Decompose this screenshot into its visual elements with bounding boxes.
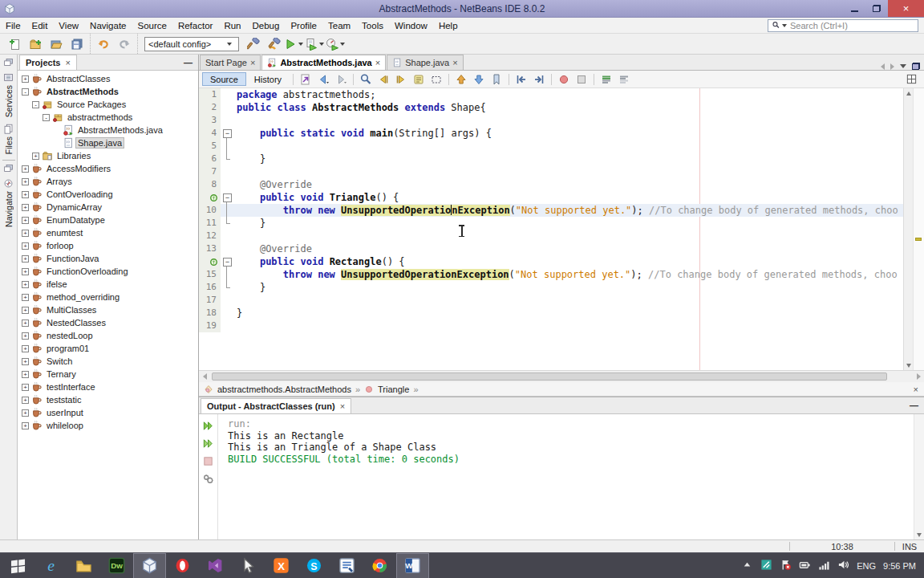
record-macro-button[interactable] bbox=[555, 71, 573, 88]
menu-help[interactable]: Help bbox=[433, 19, 464, 32]
menu-window[interactable]: Window bbox=[389, 19, 433, 32]
fold-start-icon[interactable] bbox=[221, 191, 233, 204]
close-icon[interactable]: × bbox=[340, 401, 345, 411]
tree-item-forloop[interactable]: +forloop bbox=[18, 239, 198, 252]
tree-expander-icon[interactable]: - bbox=[22, 88, 29, 96]
tree-expander-icon[interactable]: + bbox=[22, 268, 29, 275]
tree-expander-icon[interactable]: + bbox=[22, 320, 29, 327]
tree-item-testinterface[interactable]: +testInterface bbox=[18, 381, 198, 393]
tree-expander-icon[interactable]: + bbox=[22, 242, 29, 250]
minimize-button[interactable] bbox=[843, 0, 865, 17]
tree-item-abstractmethods[interactable]: -AbstractMethods bbox=[18, 85, 198, 98]
tree-expander-icon[interactable]: + bbox=[22, 409, 29, 417]
find-selection-button[interactable] bbox=[357, 71, 375, 88]
code-line[interactable]: 3 bbox=[199, 114, 903, 127]
shift-left-button[interactable] bbox=[513, 71, 530, 88]
breadcrumb-item-abstractmethods-abstractmethods[interactable]: abstractmethods.AbstractMethods bbox=[217, 385, 351, 394]
action-center-tray-button[interactable] bbox=[780, 559, 792, 572]
rectangular-selection-button[interactable] bbox=[428, 71, 445, 88]
settings-button[interactable] bbox=[201, 471, 216, 486]
tree-item-abstractmethods[interactable]: -abstractmethods bbox=[18, 111, 198, 124]
code-line[interactable]: 17 bbox=[199, 294, 903, 307]
taskbar-clock[interactable]: 9:56 PM bbox=[883, 561, 916, 571]
menu-run[interactable]: Run bbox=[218, 19, 246, 32]
code-line[interactable]: 7 bbox=[199, 165, 903, 178]
tree-expander-icon[interactable]: + bbox=[22, 358, 29, 365]
word-taskbar-button[interactable]: W bbox=[396, 553, 429, 578]
tab-abstractmethods-java[interactable]: AbstractMethods.java× bbox=[261, 55, 386, 70]
code-line[interactable]: public void Rectangle() { bbox=[199, 255, 903, 268]
code-line[interactable]: 6 } bbox=[199, 153, 903, 165]
code-line[interactable]: 1package abstractmethods; bbox=[199, 88, 903, 101]
tree-expander-icon[interactable]: + bbox=[22, 178, 29, 185]
internet-explorer-taskbar-button[interactable]: e bbox=[34, 553, 67, 578]
tree-expander-icon[interactable]: + bbox=[22, 307, 29, 314]
tree-item-method-overriding[interactable]: +method_overriding bbox=[18, 291, 198, 303]
skype-taskbar-button[interactable]: S bbox=[298, 553, 330, 578]
menu-edit[interactable]: Edit bbox=[26, 19, 54, 32]
shift-right-button[interactable] bbox=[530, 71, 548, 88]
quick-search-input[interactable]: Search (Ctrl+I) bbox=[768, 19, 918, 32]
document-list-icon[interactable] bbox=[900, 64, 906, 68]
previous-document-icon[interactable] bbox=[881, 63, 885, 70]
next-bookmark-button[interactable] bbox=[470, 71, 488, 88]
network-tray-button[interactable] bbox=[818, 559, 830, 572]
scrollbar-thumb[interactable] bbox=[212, 372, 887, 381]
tree-expander-icon[interactable]: + bbox=[22, 165, 29, 173]
forward-button[interactable] bbox=[332, 71, 350, 88]
tree-item-functionoverloading[interactable]: +FunctionOverloading bbox=[18, 265, 198, 278]
tab-projects[interactable]: Projects × bbox=[19, 55, 77, 70]
tree-expander-icon[interactable]: + bbox=[22, 281, 29, 288]
stop-macro-button[interactable] bbox=[573, 71, 590, 88]
cursor-tool-taskbar-button[interactable] bbox=[232, 553, 265, 578]
visual-studio-taskbar-button[interactable] bbox=[199, 553, 232, 578]
scroll-left-icon[interactable] bbox=[199, 371, 210, 382]
tree-item-switch[interactable]: +Switch bbox=[18, 355, 198, 368]
tree-item-nestedclasses[interactable]: +NestedClasses bbox=[18, 316, 198, 329]
tree-item-program01[interactable]: +program01 bbox=[18, 342, 198, 355]
scroll-down-icon[interactable] bbox=[914, 530, 924, 539]
tray-app-tray-button[interactable] bbox=[760, 559, 772, 572]
next-document-icon[interactable] bbox=[890, 63, 894, 70]
editor-horizontal-scrollbar[interactable] bbox=[199, 370, 924, 382]
code-line[interactable]: 4 public static void main(String[] args)… bbox=[199, 127, 903, 140]
new-project-button[interactable] bbox=[25, 35, 46, 53]
history-view-button[interactable]: History bbox=[246, 72, 290, 86]
code-line[interactable]: 18} bbox=[199, 307, 903, 320]
tree-item-shape-java[interactable]: Shape.java bbox=[18, 136, 198, 149]
tree-expander-icon[interactable]: + bbox=[22, 422, 29, 429]
menu-profile[interactable]: Profile bbox=[285, 19, 322, 32]
open-project-button[interactable] bbox=[46, 35, 67, 53]
close-icon[interactable]: × bbox=[250, 58, 255, 67]
menu-file[interactable]: File bbox=[0, 19, 26, 32]
tree-expander-icon[interactable]: + bbox=[22, 384, 29, 391]
restore-button[interactable] bbox=[865, 0, 888, 17]
previous-bookmark-button[interactable] bbox=[452, 71, 470, 88]
tree-expander-icon[interactable]: + bbox=[22, 371, 29, 378]
fold-start-icon[interactable] bbox=[221, 127, 233, 140]
save-all-button[interactable] bbox=[67, 35, 87, 53]
source-view-button[interactable]: Source bbox=[202, 72, 246, 86]
tree-expander-icon[interactable]: + bbox=[22, 204, 29, 211]
back-button[interactable] bbox=[314, 71, 332, 88]
tree-item-libraries[interactable]: +Libraries bbox=[18, 149, 198, 162]
tree-expander-icon[interactable]: + bbox=[22, 217, 29, 224]
output-scrollbar[interactable] bbox=[914, 414, 924, 539]
menu-source[interactable]: Source bbox=[132, 19, 172, 32]
rail-tab-services[interactable]: Services bbox=[3, 69, 14, 120]
clean-build-project-button[interactable] bbox=[264, 35, 285, 53]
code-line[interactable]: 11 } bbox=[199, 217, 903, 230]
tree-item-arrays[interactable]: +Arrays bbox=[18, 175, 198, 188]
last-edit-button[interactable] bbox=[297, 71, 314, 88]
tab-start-page[interactable]: Start Page× bbox=[200, 55, 261, 70]
find-next-button[interactable] bbox=[392, 71, 410, 88]
code-line[interactable]: 2public class AbstractMethods extends Sh… bbox=[199, 101, 903, 114]
start-taskbar-button[interactable] bbox=[2, 553, 34, 578]
tree-item-nestedloop[interactable]: +nestedLoop bbox=[18, 329, 198, 342]
tree-expander-icon[interactable]: + bbox=[22, 332, 29, 340]
rerun-with-options-button[interactable] bbox=[201, 436, 216, 450]
tree-item-whileloop[interactable]: +whileloop bbox=[18, 419, 198, 432]
tree-item-abstractclasses[interactable]: +AbstractClasses bbox=[18, 72, 198, 85]
tree-expander-icon[interactable]: + bbox=[32, 153, 39, 160]
rail-tab-files[interactable]: Files bbox=[3, 120, 14, 157]
